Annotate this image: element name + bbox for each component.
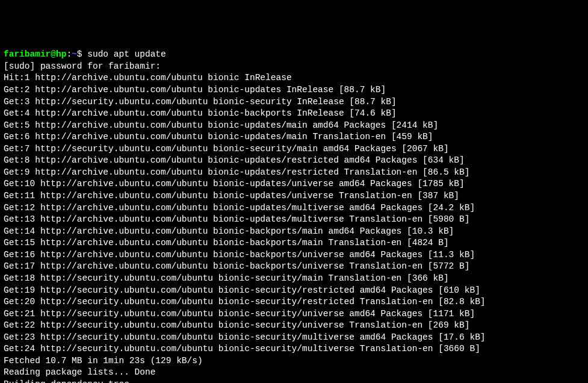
command-text: sudo apt update	[87, 49, 166, 59]
output-line: Get:10 http://archive.ubuntu.com/ubuntu …	[4, 178, 584, 190]
prompt-separator: :	[66, 49, 72, 59]
output-line: Get:8 http://archive.ubuntu.com/ubuntu b…	[4, 155, 584, 167]
prompt-line: faribamir@hp:~$ sudo apt update	[4, 49, 584, 61]
output-line: Fetched 10.7 MB in 1min 23s (129 kB/s)	[4, 355, 584, 367]
output-line: Get:17 http://archive.ubuntu.com/ubuntu …	[4, 261, 584, 273]
output-line: Get:3 http://security.ubuntu.com/ubuntu …	[4, 96, 584, 108]
output-line: Get:9 http://archive.ubuntu.com/ubuntu b…	[4, 167, 584, 179]
output-line: Reading package lists... Done	[4, 367, 584, 379]
output-line: Get:12 http://archive.ubuntu.com/ubuntu …	[4, 202, 584, 214]
output-line: Get:4 http://archive.ubuntu.com/ubuntu b…	[4, 108, 584, 120]
output-line: Get:15 http://archive.ubuntu.com/ubuntu …	[4, 237, 584, 249]
terminal[interactable]: faribamir@hp:~$ sudo apt update[sudo] pa…	[4, 49, 584, 383]
output-line: Get:5 http://archive.ubuntu.com/ubuntu b…	[4, 120, 584, 132]
output-line: Get:21 http://security.ubuntu.com/ubuntu…	[4, 308, 584, 320]
output-line: Get:13 http://archive.ubuntu.com/ubuntu …	[4, 214, 584, 226]
output-line: Get:14 http://archive.ubuntu.com/ubuntu …	[4, 226, 584, 238]
output-line: Get:19 http://security.ubuntu.com/ubuntu…	[4, 285, 584, 297]
prompt-path: ~	[72, 49, 77, 59]
output-line: Get:2 http://archive.ubuntu.com/ubuntu b…	[4, 84, 584, 96]
prompt-user-host: faribamir@hp	[4, 49, 66, 59]
prompt-dollar: $	[77, 49, 87, 59]
output-line: Get:16 http://archive.ubuntu.com/ubuntu …	[4, 249, 584, 261]
output-line: Get:20 http://security.ubuntu.com/ubuntu…	[4, 296, 584, 308]
output-line: Get:6 http://archive.ubuntu.com/ubuntu b…	[4, 131, 584, 143]
output-line: Get:22 http://security.ubuntu.com/ubuntu…	[4, 320, 584, 332]
output-line: Get:24 http://security.ubuntu.com/ubuntu…	[4, 343, 584, 355]
output-line: Get:23 http://security.ubuntu.com/ubuntu…	[4, 332, 584, 344]
output-line: Get:7 http://security.ubuntu.com/ubuntu …	[4, 143, 584, 155]
output-line: [sudo] password for faribamir:	[4, 61, 584, 73]
output-line: Get:11 http://archive.ubuntu.com/ubuntu …	[4, 190, 584, 202]
output-line: Building dependency tree	[4, 379, 584, 383]
output-line: Get:18 http://security.ubuntu.com/ubuntu…	[4, 273, 584, 285]
output-line: Hit:1 http://archive.ubuntu.com/ubuntu b…	[4, 72, 584, 84]
